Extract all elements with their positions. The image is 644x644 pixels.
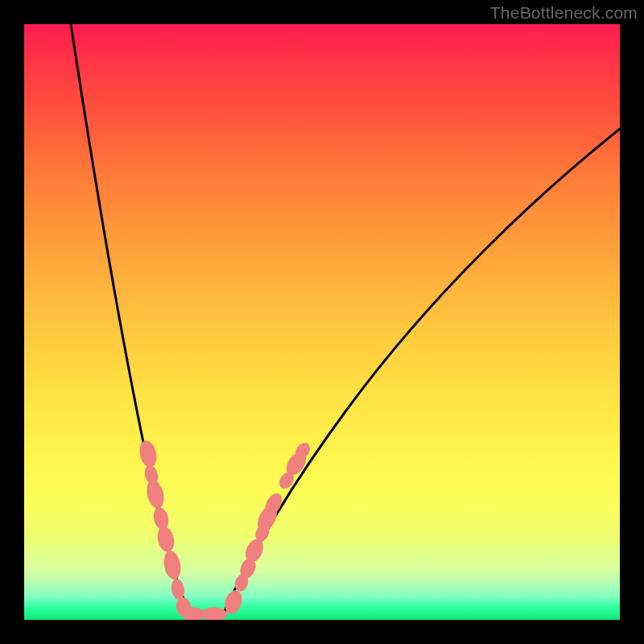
marker-left-2 <box>144 478 167 510</box>
marker-left-9 <box>201 607 227 620</box>
marker-left-5 <box>162 549 184 580</box>
chart-plot-area <box>24 24 620 620</box>
v-curve-left <box>71 24 193 620</box>
watermark-text: TheBottleneck.com <box>490 3 638 23</box>
chart-frame: TheBottleneck.com <box>0 0 644 644</box>
v-curve-right <box>221 129 620 620</box>
marker-left-0 <box>138 439 159 469</box>
marker-left-3 <box>151 506 171 531</box>
chart-svg <box>24 24 620 620</box>
data-markers-group <box>138 439 313 620</box>
marker-left-4 <box>155 525 176 553</box>
